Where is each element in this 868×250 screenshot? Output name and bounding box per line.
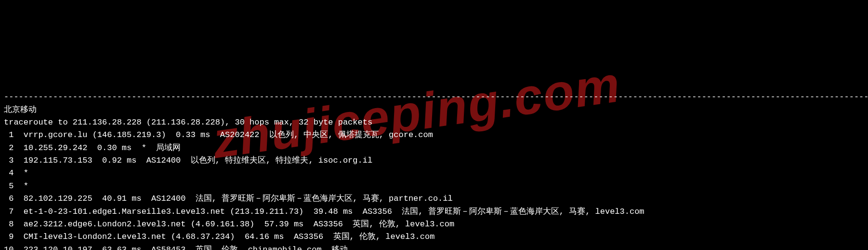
trace-title: 北京移动 xyxy=(4,105,37,114)
terminal-output: ----------------------------------------… xyxy=(4,78,864,250)
traceroute-header: traceroute to 211.136.28.228 (211.136.28… xyxy=(4,118,372,127)
separator-line: ----------------------------------------… xyxy=(4,92,868,101)
hops-list: 1 vrrp.gcore.lu (146.185.219.3) 0.33 ms … xyxy=(4,129,864,250)
